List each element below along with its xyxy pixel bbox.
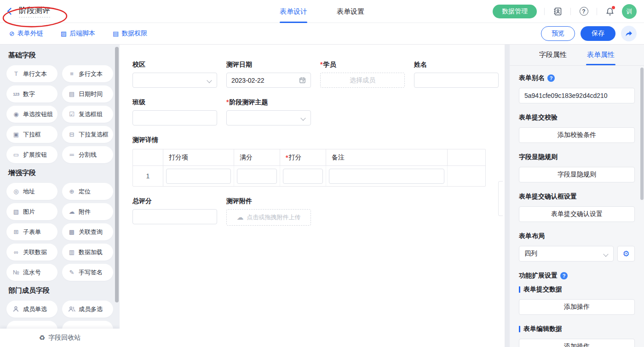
field-pill-address[interactable]: ◎地址 [6,183,58,200]
edit-data-add-action-button[interactable]: 添加操作 [519,339,635,347]
help-icon[interactable]: ? [560,272,568,279]
signature-icon: ✎ [68,269,75,276]
number-icon: 123 [12,92,20,97]
pill-label: 子表单 [23,228,41,236]
row-extra-cell [448,166,485,186]
section-title-member-fields: 部门成员字段 [8,286,113,295]
multi-line-text-icon: ≡ [68,70,75,77]
field-name: 姓名 [414,61,499,88]
panel-content: 表单别名 ? 5a941cfe09c183e92d4cd210 表单提交校验 添… [510,66,644,347]
field-pill-datetime[interactable]: ▤日期时间 [62,85,113,102]
tab-field-properties[interactable]: 字段属性 [539,45,567,65]
save-button[interactable]: 保存 [581,26,615,41]
score-input[interactable] [283,169,323,184]
pill-label: 扩展按钮 [23,151,47,159]
notification-bell-icon[interactable] [604,6,615,17]
field-pill-data-load[interactable]: ▥数据加载 [62,244,113,261]
pill-label: 附件 [79,208,91,216]
field-pill-checkbox-group[interactable]: ☑复选框组 [62,106,113,123]
panel-scrollbar[interactable] [640,68,644,200]
form-row-3: 总评分 测评附件 ☁ 点击或拖拽附件上传 [132,197,505,226]
name-input[interactable] [414,73,499,88]
field-pill-linked-data[interactable]: ∞关联数据 [6,244,58,261]
total-score-input[interactable] [132,209,217,224]
datetime-icon: ▤ [68,91,75,97]
field-palette-list: 基础字段 T单行文本 ≡多行文本 123数字 ▤日期时间 ◉单选按钮组 ☑复选框… [0,45,120,338]
member-multi-icon [68,306,75,313]
add-check-condition-button[interactable]: 添加校验条件 [519,127,635,143]
external-link-button[interactable]: ⊘ 表单外链 [9,29,43,38]
field-pill-extend-button[interactable]: ▭扩展按钮 [6,146,58,163]
col-remark: 备注 [326,149,448,165]
edit-data-label: 表单编辑数据 [519,325,635,333]
top-header: 阶段测评 表单设计 表单设置 数据管理 ? [0,0,644,23]
student-member-picker[interactable]: 选择成员 [320,73,405,88]
field-pill-attachment[interactable]: ☁附件 [62,203,113,220]
field-label: 测评日期 [226,61,311,69]
field-palette-sidebar: 基础字段 T单行文本 ≡多行文本 123数字 ▤日期时间 ◉单选按钮组 ☑复选框… [0,45,120,347]
col-score-item: 打分项 [163,149,234,165]
pill-label: 定位 [79,188,91,196]
body: 基础字段 T单行文本 ≡多行文本 123数字 ▤日期时间 ◉单选按钮组 ☑复选框… [0,45,644,347]
full-score-input[interactable] [237,169,277,184]
field-pill-number[interactable]: 123数字 [6,85,58,102]
tab-form-settings[interactable]: 表单设置 [337,0,364,23]
field-pill-member-single[interactable]: 成员单选 [6,301,58,318]
dropdown-multi-icon: ⊟ [68,131,75,138]
field-pill-image[interactable]: ▧图片 [6,203,58,220]
topic-select[interactable] [226,110,311,125]
backend-script-button[interactable]: ▨ 后端脚本 [61,29,95,38]
sidebar-scrollbar[interactable] [115,47,119,302]
preview-button[interactable]: 预览 [541,26,575,41]
subtable-title: 测评详情 [132,136,505,144]
visibility-rule-button[interactable]: 字段显隐规则 [519,167,635,182]
basic-fields-grid: T单行文本 ≡多行文本 123数字 ▤日期时间 ◉单选按钮组 ☑复选框组 ▣下拉… [6,65,113,163]
field-pill-locate[interactable]: ⊕定位 [62,183,113,200]
layout-settings-button[interactable]: ⚙ [617,246,635,262]
field-pill-member-multi[interactable]: 成员多选 [62,301,113,318]
submit-data-add-action-button[interactable]: 添加操作 [519,299,635,315]
confirm-box-button[interactable]: 表单提交确认设置 [519,206,635,222]
campus-select[interactable] [132,73,217,88]
tab-form-properties[interactable]: 表单属性 [587,45,615,65]
pill-label: 数据加载 [79,248,103,256]
form-row-2: 班级 *阶段测评主题 [132,98,505,125]
required-mark: * [286,154,288,161]
field-pill-serial-number[interactable]: №流水号 [6,264,58,281]
single-line-text-icon: T [12,70,20,77]
field-recycle-bin[interactable]: ♻ 字段回收站 [0,329,120,347]
eval-date-input[interactable]: 2023-02-22 [226,73,311,88]
field-pill-divider-line[interactable]: ═分割线 [62,146,113,163]
field-pill-radio-group[interactable]: ◉单选按钮组 [6,106,58,123]
data-permission-icon: ▤ [113,30,119,37]
help-icon[interactable]: ? [547,74,555,82]
row-index: 1 [133,166,163,186]
member-single-icon [12,306,20,313]
field-pill-dropdown-multi[interactable]: ⊟下拉复选框 [62,126,113,143]
tab-form-design[interactable]: 表单设计 [280,0,307,23]
layout-select[interactable]: 四列 [519,246,614,262]
field-pill-linked-query[interactable]: ▩关联查询 [62,223,113,240]
field-label: 姓名 [414,61,499,69]
form-alias-input[interactable]: 5a941cfe09c183e92d4cd210 [519,88,635,103]
field-pill-signature[interactable]: ✎手写签名 [62,264,113,281]
external-link-label: 表单外链 [17,29,43,38]
data-permission-button[interactable]: ▤ 数据权限 [113,29,147,38]
attachment-upload-area[interactable]: ☁ 点击或拖拽附件上传 [226,209,311,226]
pill-label: 单选按钮组 [23,110,53,119]
required-mark: * [226,98,229,106]
share-button[interactable] [621,26,637,41]
extension-settings-label: 功能扩展设置 ? [519,272,635,280]
field-pill-multi-line-text[interactable]: ≡多行文本 [62,65,113,82]
contacts-book-icon[interactable] [552,6,563,17]
score-item-input[interactable] [166,169,231,184]
table-header: 打分项 满分 *打分 备注 [133,149,485,166]
field-pill-dropdown[interactable]: ▣下拉框 [6,126,58,143]
field-pill-subform[interactable]: ⊞子表单 [6,223,58,240]
remark-input[interactable] [329,169,444,184]
backend-script-icon: ▨ [61,30,67,37]
field-pill-single-line-text[interactable]: T单行文本 [6,65,58,82]
class-input[interactable] [132,110,217,125]
eval-detail-table: 打分项 满分 *打分 备注 1 [132,149,486,187]
help-icon[interactable]: ? [578,6,589,17]
